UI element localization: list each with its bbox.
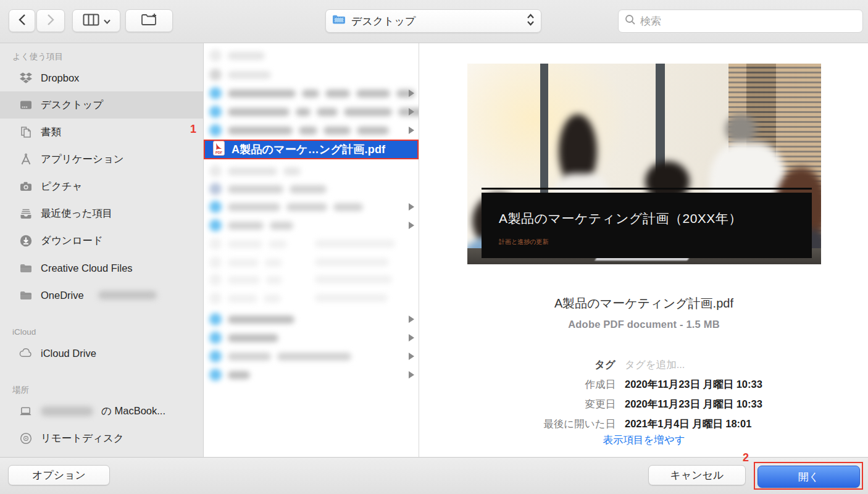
macos-open-dialog: デスクトップ 検索 よく使う項目Dropboxデスクトップ書類アプリケーションピ… <box>0 0 868 494</box>
file-list-row-redacted[interactable] <box>204 180 419 198</box>
column-view-icon <box>83 14 99 28</box>
redacted-detail <box>315 275 392 283</box>
file-list-row-redacted[interactable] <box>204 162 419 180</box>
redacted-filename <box>296 108 311 116</box>
file-list-row-redacted[interactable] <box>204 216 419 235</box>
disclosure-arrow-icon[interactable] <box>409 108 414 115</box>
sidebar-item-folder-creative-cloud-files[interactable]: Creative Cloud Files <box>0 254 203 282</box>
location-dropdown[interactable]: デスクトップ <box>325 9 541 33</box>
sidebar-item-icloud[interactable]: iCloud Drive <box>0 340 203 367</box>
new-folder-icon <box>141 13 158 29</box>
redacted-filename <box>317 108 338 116</box>
file-icon-redacted <box>209 219 222 232</box>
redacted-filename <box>270 222 293 230</box>
preview-image: A製品のマーケティング計画（20XX年） 計画と進捗の更新 <box>467 64 821 264</box>
file-list-row-redacted[interactable] <box>204 253 419 272</box>
file-list-row-redacted[interactable] <box>204 103 419 121</box>
forward-button[interactable] <box>36 9 65 32</box>
redacted-text <box>98 291 157 299</box>
file-list-row-redacted[interactable] <box>204 270 419 289</box>
file-icon-redacted <box>209 87 222 99</box>
open-button[interactable]: 開く <box>757 466 860 488</box>
disclosure-arrow-icon[interactable] <box>409 371 414 379</box>
search-icon <box>625 14 636 28</box>
disclosure-arrow-icon[interactable] <box>409 334 414 341</box>
toolbar: デスクトップ 検索 <box>0 0 868 43</box>
sidebar-item-label: デスクトップ <box>41 98 103 112</box>
sidebar-item-recents[interactable]: 最近使った項目 <box>0 200 203 227</box>
sidebar-item-label: 書類 <box>41 125 61 139</box>
sidebar-item-dropbox[interactable]: Dropbox <box>0 64 203 91</box>
disclosure-arrow-icon[interactable] <box>409 222 414 229</box>
sidebar-item-pictures[interactable]: ピクチャ <box>0 173 203 200</box>
file-icon-redacted <box>209 313 222 325</box>
redacted-filename <box>228 295 257 303</box>
disclosure-arrow-icon[interactable] <box>409 127 414 134</box>
slide-banner-line <box>482 188 812 190</box>
file-list-row-redacted[interactable] <box>204 84 419 103</box>
disclosure-arrow-icon[interactable] <box>409 316 414 323</box>
file-list-row-redacted[interactable] <box>204 65 419 84</box>
file-info-value: 2021年1月4日 月曜日 18:01 <box>625 417 751 431</box>
show-more-link[interactable]: 表示項目を増やす <box>420 433 868 447</box>
sidebar-section-header: 場所 <box>0 383 203 398</box>
redacted-filename <box>323 127 351 135</box>
slide-subtitle: 計画と進捗の更新 <box>499 238 812 246</box>
redacted-filename <box>228 276 260 284</box>
tags-input[interactable]: タグを追加... <box>625 358 685 372</box>
pictures-icon <box>19 180 33 194</box>
cancel-button[interactable]: キャンセル <box>648 465 746 485</box>
redacted-filename <box>228 259 259 267</box>
chevron-down-icon <box>104 15 111 27</box>
sidebar-item-laptop[interactable]: の MacBook... <box>0 398 203 425</box>
view-mode-button[interactable] <box>72 9 120 32</box>
sidebar-item-disc[interactable]: リモートディスク <box>0 425 203 452</box>
slide-title: A製品のマーケティング計画（20XX年） <box>499 210 812 227</box>
chevron-left-icon <box>18 14 26 28</box>
selected-file-row[interactable]: PDF A製品のマーケ…ング計画.pdf <box>204 141 419 158</box>
pdf-file-icon: PDF <box>213 141 225 158</box>
file-icon-redacted <box>209 256 222 269</box>
sidebar-item-downloads[interactable]: ダウンロード <box>0 227 203 254</box>
file-list-row-redacted[interactable] <box>204 366 419 384</box>
redacted-detail <box>315 294 388 302</box>
new-folder-button[interactable] <box>125 9 173 32</box>
file-list-row-redacted[interactable] <box>204 289 419 308</box>
sidebar-item-applications[interactable]: アプリケーション <box>0 146 203 173</box>
file-icon-redacted <box>209 69 222 81</box>
sidebar-item-label: リモートディスク <box>41 432 124 445</box>
redacted-filename <box>299 127 317 135</box>
file-info-label: タグ <box>420 358 616 372</box>
file-list-row-redacted[interactable] <box>204 347 419 366</box>
redacted-filename <box>228 316 294 324</box>
redacted-filename <box>264 295 281 303</box>
preview-file-kind: Adobe PDF document - 1.5 MB <box>420 319 868 330</box>
disclosure-arrow-icon[interactable] <box>409 90 414 97</box>
search-input[interactable]: 検索 <box>618 9 863 33</box>
redacted-filename <box>269 240 287 248</box>
dialog-footer: オプション キャンセル 開く <box>0 457 868 494</box>
sidebar-item-documents[interactable]: 書類 <box>0 119 203 146</box>
file-list-row-redacted[interactable] <box>204 235 419 253</box>
file-list-row-redacted[interactable] <box>204 198 419 216</box>
redacted-filename <box>228 353 271 361</box>
options-button[interactable]: オプション <box>8 465 110 485</box>
file-list-row-redacted[interactable] <box>204 121 419 140</box>
redacted-filename <box>325 90 350 98</box>
back-button[interactable] <box>9 9 35 32</box>
sidebar-item-label: ダウンロード <box>41 234 103 248</box>
disclosure-arrow-icon[interactable] <box>409 353 414 360</box>
file-icon-redacted <box>209 350 222 362</box>
sidebar-item-folder-onedrive[interactable]: OneDrive <box>0 282 203 309</box>
disc-icon <box>19 432 33 446</box>
file-list-row-redacted[interactable] <box>204 46 419 65</box>
redacted-filename <box>357 127 389 135</box>
file-list-row-redacted[interactable] <box>204 310 419 329</box>
disclosure-arrow-icon[interactable] <box>409 203 414 211</box>
file-list-row-redacted[interactable] <box>204 329 419 347</box>
documents-icon <box>19 125 33 140</box>
redacted-filename <box>228 90 296 98</box>
chevron-right-icon <box>47 14 55 28</box>
sidebar-item-desktop[interactable]: デスクトップ <box>0 91 203 119</box>
file-icon-redacted <box>209 369 222 381</box>
